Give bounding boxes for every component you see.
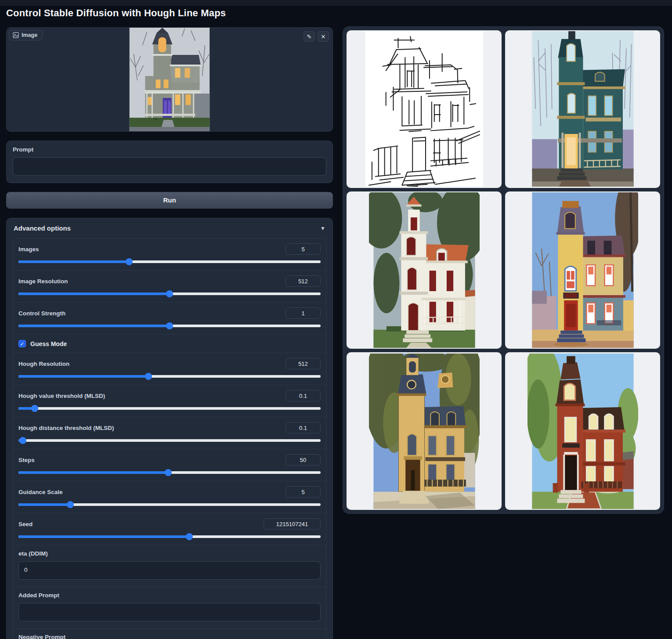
prompt-input[interactable] bbox=[13, 157, 326, 176]
guess-mode-checkbox[interactable]: ✓ bbox=[18, 340, 26, 347]
input-image-preview bbox=[130, 28, 210, 132]
clear-image-button[interactable]: ✕ bbox=[318, 31, 329, 42]
yellow-blue-house-image bbox=[527, 192, 638, 348]
slider-handle[interactable] bbox=[67, 501, 74, 508]
hough-resolution-slider[interactable] bbox=[18, 375, 321, 378]
guess-mode-row: ✓ Guess Mode bbox=[13, 334, 326, 353]
images-value-input[interactable]: 5 bbox=[285, 243, 321, 255]
slider-label: Steps bbox=[18, 457, 35, 463]
guidance-scale-slider[interactable] bbox=[18, 503, 321, 506]
image-resolution-value-input[interactable]: 512 bbox=[285, 275, 321, 287]
hough-resolution-value-input[interactable]: 512 bbox=[285, 358, 321, 369]
brick-house-image bbox=[527, 354, 638, 509]
pencil-icon: ✎ bbox=[307, 33, 312, 40]
gallery-item-teal-house[interactable] bbox=[505, 30, 660, 188]
gallery-item-brick-house[interactable] bbox=[505, 352, 660, 510]
gallery-item-golden-house[interactable] bbox=[347, 352, 502, 510]
steps-value-input[interactable]: 50 bbox=[285, 454, 321, 466]
slider-label: Control Strength bbox=[18, 310, 65, 317]
advanced-options-panel: Advanced options ▼ Images 5 Image Resolu… bbox=[6, 218, 333, 639]
negative-prompt-row: Negative Prompt bbox=[13, 628, 326, 639]
slider-label: Hough Resolution bbox=[18, 361, 69, 367]
slider-handle[interactable] bbox=[126, 258, 133, 265]
check-icon: ✓ bbox=[20, 341, 24, 347]
guidance-scale-value-input[interactable]: 5 bbox=[285, 486, 321, 498]
image-resolution-slider[interactable] bbox=[18, 292, 321, 295]
slider-row-hough-resolution: Hough Resolution 512 bbox=[13, 353, 326, 385]
negative-prompt-label: Negative Prompt bbox=[18, 634, 321, 639]
hough-distance-threshold-slider[interactable] bbox=[18, 439, 321, 442]
gallery-item-yellow-blue-house[interactable] bbox=[505, 191, 660, 349]
added-prompt-label: Added Prompt bbox=[18, 592, 321, 599]
eta-ddim-input[interactable]: 0 bbox=[18, 561, 321, 580]
seed-slider[interactable] bbox=[18, 535, 321, 538]
hough-value-threshold-input[interactable]: 0.1 bbox=[285, 390, 321, 401]
page-title: Control Stable Diffusion with Hough Line… bbox=[6, 7, 226, 19]
added-prompt-row: Added Prompt bbox=[13, 587, 326, 628]
slider-row-hough-distance-threshold: Hough distance threshold (MLSD) 0.1 bbox=[13, 417, 326, 449]
slider-row-steps: Steps 50 bbox=[13, 449, 326, 481]
gallery-item-white-house[interactable] bbox=[347, 191, 502, 349]
slider-handle[interactable] bbox=[166, 290, 173, 297]
teal-house-image bbox=[527, 31, 638, 187]
controls-column: Image ✎ ✕ bbox=[6, 27, 333, 639]
advanced-options-form: Images 5 Image Resolution 512 Control St… bbox=[13, 238, 326, 639]
guess-mode-label: Guess Mode bbox=[30, 340, 67, 347]
advanced-options-header[interactable]: Advanced options ▼ bbox=[13, 224, 326, 238]
slider-row-seed: Seed 1215107241 bbox=[13, 513, 326, 545]
slider-label: Image Resolution bbox=[18, 278, 68, 285]
slider-row-images: Images 5 bbox=[13, 238, 326, 270]
edit-image-button[interactable]: ✎ bbox=[303, 31, 315, 42]
top-strip bbox=[0, 0, 672, 6]
slider-handle[interactable] bbox=[186, 533, 193, 540]
slider-row-guidance-scale: Guidance Scale 5 bbox=[13, 481, 326, 513]
image-tab: Image bbox=[9, 30, 43, 40]
run-button[interactable]: Run bbox=[6, 192, 333, 209]
slider-label: Hough value threshold (MLSD) bbox=[18, 393, 105, 399]
slider-handle[interactable] bbox=[165, 469, 172, 476]
added-prompt-input[interactable] bbox=[18, 603, 321, 621]
chevron-down-icon: ▼ bbox=[320, 225, 325, 231]
slider-row-hough-value-threshold: Hough value threshold (MLSD) 0.1 bbox=[13, 385, 326, 417]
image-tab-label: Image bbox=[22, 32, 37, 38]
hough-line-map-image bbox=[365, 31, 483, 187]
steps-slider[interactable] bbox=[18, 471, 321, 474]
result-gallery bbox=[343, 26, 664, 514]
hough-value-threshold-slider[interactable] bbox=[18, 407, 321, 410]
prompt-block: Prompt bbox=[6, 141, 333, 183]
slider-handle[interactable] bbox=[145, 373, 152, 380]
control-strength-slider[interactable] bbox=[18, 325, 321, 327]
image-icon bbox=[13, 32, 19, 38]
x-icon: ✕ bbox=[321, 33, 326, 40]
eta-ddim-label: eta (DDIM) bbox=[18, 550, 321, 557]
golden-house-image bbox=[369, 354, 480, 509]
slider-row-image-resolution: Image Resolution 512 bbox=[13, 270, 326, 302]
hough-distance-threshold-input[interactable]: 0.1 bbox=[285, 422, 321, 433]
slider-handle[interactable] bbox=[31, 405, 38, 412]
advanced-options-title: Advanced options bbox=[14, 224, 71, 232]
eta-ddim-row: eta (DDIM) 0 bbox=[13, 545, 326, 587]
slider-label: Guidance Scale bbox=[18, 489, 63, 495]
slider-row-control-strength: Control Strength 1 bbox=[13, 302, 326, 334]
gallery-item-hough-map[interactable] bbox=[347, 30, 502, 188]
input-image-component[interactable]: Image ✎ ✕ bbox=[6, 27, 333, 132]
slider-label: Hough distance threshold (MLSD) bbox=[18, 425, 114, 431]
slider-handle[interactable] bbox=[166, 322, 173, 329]
slider-label: Images bbox=[18, 246, 39, 253]
slider-handle[interactable] bbox=[19, 437, 26, 444]
seed-value-input[interactable]: 1215107241 bbox=[264, 518, 321, 530]
prompt-label: Prompt bbox=[13, 146, 326, 153]
control-strength-value-input[interactable]: 1 bbox=[285, 307, 321, 319]
images-slider[interactable] bbox=[18, 260, 321, 263]
slider-label: Seed bbox=[18, 521, 33, 527]
white-house-image bbox=[369, 192, 480, 348]
